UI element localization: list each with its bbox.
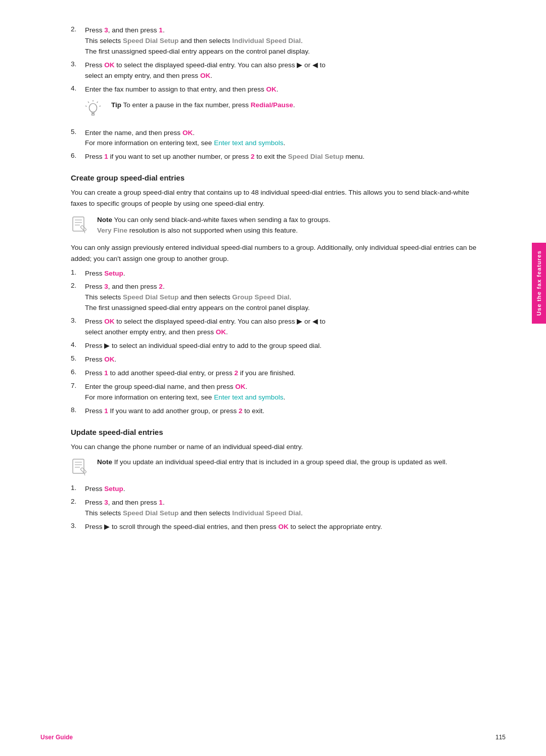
step-content: Enter the group speed-dial name, and the… <box>85 382 485 403</box>
step-content: Press ▶ to scroll through the speed-dial… <box>85 522 485 532</box>
step-content: Press OK. <box>85 354 485 365</box>
list-item: 5. Press OK. <box>71 354 485 365</box>
step-content: Press ▶ to select an individual speed-di… <box>85 341 485 351</box>
list-item: 1. Press Setup. <box>71 484 485 495</box>
step-content: Press 3, and then press 1. This selects … <box>85 25 485 57</box>
key-2: 2 <box>159 283 163 290</box>
key-2: 2 <box>234 369 238 377</box>
step-content: Press OK to select the displayed speed-d… <box>85 60 485 81</box>
key-3: 3 <box>104 26 108 34</box>
list-item: 5. Enter the name, and then press OK. Fo… <box>71 128 485 149</box>
step-number: 1. <box>71 484 85 495</box>
section1-steps: 1. Press Setup. 2. Press 3, and then pre… <box>71 269 485 417</box>
step-number: 6. <box>71 152 85 162</box>
initial-steps-list: 2. Press 3, and then press 1. This selec… <box>71 25 485 95</box>
tip-icon <box>85 100 107 121</box>
key-ok: OK <box>278 523 288 530</box>
svg-point-5 <box>89 103 97 112</box>
section2-steps: 1. Press Setup. 2. Press 3, and then pre… <box>71 484 485 532</box>
steps-5-6: 5. Enter the name, and then press OK. Fo… <box>71 128 485 163</box>
key-ok: OK <box>104 355 114 363</box>
section1-heading: Create group speed-dial entries <box>71 173 485 182</box>
step-content: Press Setup. <box>85 269 485 279</box>
step-number: 2. <box>71 25 85 57</box>
speed-dial-setup: Speed Dial Setup <box>123 37 178 45</box>
list-item: 7. Enter the group speed-dial name, and … <box>71 382 485 403</box>
key-ok3: OK <box>266 85 276 93</box>
svg-rect-13 <box>80 226 86 232</box>
list-item: 1. Press Setup. <box>71 269 485 279</box>
step-sub: For more information on entering text, s… <box>85 393 285 401</box>
note-label: Note <box>97 216 112 224</box>
individual-speed-dial: Individual Speed Dial <box>232 37 301 45</box>
list-item: 2. Press 3, and then press 1. This selec… <box>71 498 485 519</box>
redial-pause: Redial/Pause <box>251 101 293 109</box>
step-sub: select an empty entry, and then press OK… <box>85 72 212 79</box>
list-item: 2. Press 3, and then press 2. This selec… <box>71 282 485 314</box>
key-2: 2 <box>251 153 255 160</box>
enter-text-link2[interactable]: Enter text and symbols <box>214 393 283 401</box>
key-ok: OK <box>183 129 193 137</box>
step-content: Enter the name, and then press OK. For m… <box>85 128 485 149</box>
section2-heading: Update speed-dial entries <box>71 428 485 436</box>
list-item: 2. Press 3, and then press 1. This selec… <box>71 25 485 57</box>
footer: User Guide 115 <box>0 734 546 741</box>
key-ok: OK <box>235 383 245 390</box>
step-number: 7. <box>71 382 85 403</box>
step-number: 6. <box>71 368 85 379</box>
group-speed-dial: Group Speed Dial <box>232 293 289 301</box>
step-number: 8. <box>71 406 85 417</box>
step-number: 2. <box>71 282 85 314</box>
key-ok2: OK <box>216 328 226 336</box>
note2-label: Note <box>97 458 112 466</box>
key-1: 1 <box>104 407 108 415</box>
step-sub: This selects Speed Dial Setup and then s… <box>85 509 303 517</box>
key-1: 1 <box>159 499 163 506</box>
step-number: 3. <box>71 522 85 532</box>
list-item: 6. Press 1 if you want to set up another… <box>71 152 485 162</box>
footer-left: User Guide <box>40 734 73 741</box>
step-number: 2. <box>71 498 85 519</box>
step-number: 1. <box>71 269 85 279</box>
key-1: 1 <box>159 26 163 34</box>
step-sub2: The first unassigned speed-dial entry ap… <box>85 48 310 55</box>
step-number: 4. <box>71 341 85 351</box>
list-item: 8. Press 1 If you want to add another gr… <box>71 406 485 417</box>
step-content: Press 3, and then press 1. This selects … <box>85 498 485 519</box>
setup-key2: Setup <box>104 485 123 493</box>
key-ok: OK <box>104 318 114 325</box>
step-content: Press 1 if you want to set up another nu… <box>85 152 485 162</box>
speed-dial-setup: Speed Dial Setup <box>123 293 178 301</box>
speed-dial-setup2: Speed Dial Setup <box>123 509 178 517</box>
main-content: 2. Press 3, and then press 1. This selec… <box>71 25 485 532</box>
section1-para2: You can only assign previously entered i… <box>71 242 485 264</box>
tip-box: Tip To enter a pause in the fax number, … <box>85 100 485 121</box>
list-item: 4. Enter the fax number to assign to tha… <box>71 84 485 95</box>
individual-speed-dial2: Individual Speed Dial <box>232 509 301 517</box>
list-item: 3. Press ▶ to scroll through the speed-d… <box>71 522 485 532</box>
svg-line-3 <box>99 106 101 106</box>
section2-para1: You can change the phone number or name … <box>71 441 485 453</box>
key-3: 3 <box>104 283 108 290</box>
key-1: 1 <box>104 153 108 160</box>
step-content: Press Setup. <box>85 484 485 495</box>
section1-para1: You can create a group speed-dial entry … <box>71 187 485 209</box>
note-box-2: Note If you update an individual speed-d… <box>71 457 485 478</box>
key-ok: OK <box>104 61 114 69</box>
step-number: 4. <box>71 84 85 95</box>
step-sub: For more information on entering text, s… <box>85 139 285 147</box>
list-item: 3. Press OK to select the displayed spee… <box>71 317 485 338</box>
step-sub: This selects Speed Dial Setup and then s… <box>85 293 291 301</box>
footer-right: 115 <box>495 734 506 741</box>
step-number: 3. <box>71 60 85 81</box>
setup-key: Setup <box>104 270 123 277</box>
key-3: 3 <box>104 499 108 506</box>
enter-text-link[interactable]: Enter text and symbols <box>214 139 283 147</box>
step-sub: select another empty entry, and then pre… <box>85 328 228 336</box>
svg-line-2 <box>88 101 89 102</box>
side-tab-label: Use the fax features <box>536 250 542 316</box>
list-item: 4. Press ▶ to select an individual speed… <box>71 341 485 351</box>
tip-text: Tip To enter a pause in the fax number, … <box>111 100 295 111</box>
step-content: Press 1 If you want to add another group… <box>85 406 485 417</box>
list-item: 3. Press OK to select the displayed spee… <box>71 60 485 81</box>
